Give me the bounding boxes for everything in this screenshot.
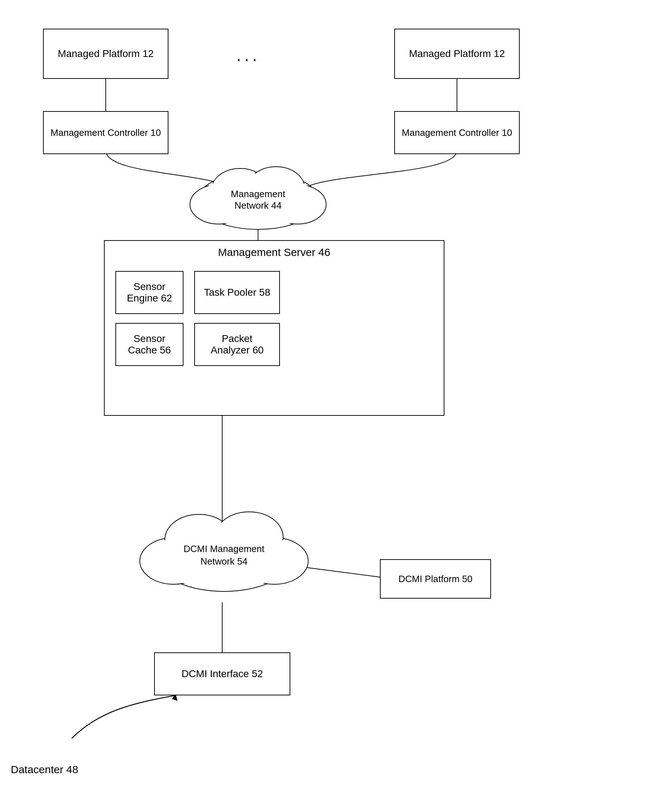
inner-col-right: Task Pooler 58 Packet Analyzer 60 bbox=[194, 271, 280, 366]
svg-text:Network 54: Network 54 bbox=[200, 556, 248, 567]
dcmi-platform-box: DCMI Platform 50 bbox=[380, 559, 491, 599]
management-server-title: Management Server 46 bbox=[105, 241, 444, 264]
task-pooler-box: Task Pooler 58 bbox=[194, 271, 280, 314]
dcmi-platform-label: DCMI Platform 50 bbox=[399, 574, 473, 585]
managed-platform-right-box: Managed Platform 12 bbox=[394, 29, 520, 79]
management-server-box: Management Server 46 Sensor Engine 62 Se… bbox=[104, 240, 445, 416]
management-controller-right-label: Management Controller 10 bbox=[402, 127, 512, 138]
managed-platform-right-label: Managed Platform 12 bbox=[409, 48, 505, 59]
diagram-container: Managed Platform 12 Managed Platform 12 … bbox=[0, 0, 672, 804]
managed-platform-left-box: Managed Platform 12 bbox=[43, 29, 168, 79]
management-controller-right-box: Management Controller 10 bbox=[394, 111, 520, 154]
management-controller-left-label: Management Controller 10 bbox=[51, 127, 161, 138]
inner-col-left: Sensor Engine 62 Sensor Cache 56 bbox=[115, 271, 183, 366]
ellipsis-dots: ... bbox=[237, 47, 260, 65]
dcmi-management-network-cloud: DCMI Management Network 54 bbox=[136, 498, 312, 610]
sensor-engine-box: Sensor Engine 62 bbox=[115, 271, 183, 314]
svg-text:Management: Management bbox=[231, 188, 286, 199]
svg-text:Network 44: Network 44 bbox=[234, 200, 282, 211]
managed-platform-left-label: Managed Platform 12 bbox=[58, 48, 154, 59]
svg-text:DCMI Management: DCMI Management bbox=[183, 543, 265, 554]
packet-analyzer-box: Packet Analyzer 60 bbox=[194, 323, 280, 366]
management-controller-left-box: Management Controller 10 bbox=[43, 111, 168, 154]
datacenter-label: Datacenter 48 bbox=[11, 763, 78, 776]
management-network-cloud: Management Network 44 bbox=[183, 154, 333, 237]
dcmi-interface-label: DCMI Interface 52 bbox=[181, 668, 263, 680]
dcmi-interface-box: DCMI Interface 52 bbox=[154, 652, 290, 695]
sensor-cache-box: Sensor Cache 56 bbox=[115, 323, 183, 366]
